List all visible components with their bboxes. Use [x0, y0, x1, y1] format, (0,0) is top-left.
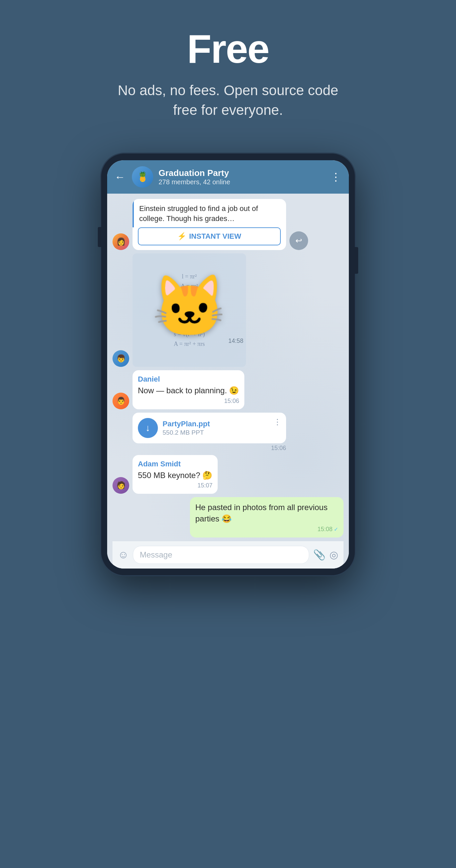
own-message-row: He pasted in photos from all previous pa…: [113, 497, 343, 537]
own-message-text: He pasted in photos from all previous pa…: [195, 502, 338, 524]
daniel-message-row: 👨 Daniel Now — back to planning. 😉 15:06: [113, 370, 343, 409]
adam-message-time: 15:07: [138, 482, 212, 489]
share-icon: ↩: [296, 236, 302, 245]
sticker-time: 14:58: [228, 338, 246, 344]
back-button[interactable]: ←: [115, 172, 125, 182]
file-menu-button[interactable]: ⋮: [273, 417, 281, 427]
daniel-bubble: Daniel Now — back to planning. 😉 15:06: [132, 370, 244, 409]
phone-outer: ← 🍍 Graduation Party 278 members, 42 onl…: [101, 154, 355, 575]
file-size: 550.2 MB PPT: [162, 429, 281, 436]
share-button[interactable]: ↩: [290, 231, 308, 250]
daniel-avatar: 👨: [113, 393, 129, 409]
file-time: 15:06: [132, 443, 286, 452]
camera-button[interactable]: ◎: [330, 549, 338, 561]
adam-sender-name: Adam Smidt: [138, 460, 212, 468]
sticker-row: 👦 l = πr²A = πr²V = l³P = 2πrA = πr²s = …: [113, 253, 343, 367]
header-menu-button[interactable]: ⋮: [331, 170, 341, 183]
daniel-message-text: Now — back to planning. 😉: [138, 385, 239, 396]
hero-section: Free No ads, no fees. Open source code f…: [0, 0, 456, 140]
own-message-bubble: He pasted in photos from all previous pa…: [190, 497, 343, 537]
instant-view-button[interactable]: ⚡ INSTANT VIEW: [138, 227, 281, 245]
checkmark-icon: ✓: [334, 526, 338, 532]
article-message-row: 👩 Einstein struggled to find a job out o…: [113, 199, 343, 250]
daniel-message-time: 15:06: [138, 398, 239, 405]
message-input[interactable]: Message: [133, 546, 309, 564]
article-sender-avatar: 👩: [113, 234, 129, 250]
file-message-row: ↓ PartyPlan.ppt 550.2 MB PPT ⋮ 15:06: [113, 413, 343, 452]
chat-header: ← 🍍 Graduation Party 278 members, 42 onl…: [107, 160, 349, 194]
group-name: Graduation Party: [158, 168, 325, 178]
phone-mockup: ← 🍍 Graduation Party 278 members, 42 onl…: [101, 154, 355, 575]
file-name: PartyPlan.ppt: [162, 420, 281, 428]
file-bubble: ↓ PartyPlan.ppt 550.2 MB PPT ⋮: [132, 413, 286, 443]
message-placeholder: Message: [140, 550, 172, 559]
download-icon: ↓: [146, 423, 150, 433]
adam-message-row: 🧑 Adam Smidt 550 MB keynote? 🤔 15:07: [113, 455, 343, 494]
own-message-time: 15:08 ✓: [195, 526, 338, 533]
group-avatar: 🍍: [132, 166, 153, 188]
attach-button[interactable]: 📎: [313, 549, 326, 561]
group-members: 278 members, 42 online: [158, 178, 325, 186]
hero-title: Free: [187, 27, 269, 71]
file-info: PartyPlan.ppt 550.2 MB PPT: [162, 420, 281, 436]
hero-subtitle: No ads, no fees. Open source code free f…: [111, 81, 345, 120]
group-avatar-emoji: 🍍: [137, 171, 149, 182]
chat-body: 👩 Einstein struggled to find a job out o…: [107, 194, 349, 568]
sticker-area: l = πr²A = πr²V = l³P = 2πrA = πr²s = √(…: [132, 253, 246, 367]
daniel-sender-name: Daniel: [138, 375, 239, 383]
cat-sticker: 🐱: [132, 276, 246, 336]
instant-view-icon: ⚡: [177, 232, 186, 241]
group-info: Graduation Party 278 members, 42 online: [158, 168, 325, 186]
sticker-sender-avatar: 👦: [113, 350, 129, 367]
adam-bubble: Adam Smidt 550 MB keynote? 🤔 15:07: [132, 455, 218, 494]
instant-view-label: INSTANT VIEW: [189, 232, 241, 241]
phone-screen: ← 🍍 Graduation Party 278 members, 42 onl…: [107, 160, 349, 568]
article-preview-text: Einstein struggled to find a job out of …: [132, 199, 286, 228]
adam-message-text: 550 MB keynote? 🤔: [138, 470, 212, 481]
chat-input-bar: ☺ Message 📎 ◎: [113, 541, 343, 568]
file-download-button[interactable]: ↓: [138, 418, 158, 438]
adam-avatar: 🧑: [113, 477, 129, 494]
article-bubble: Einstein struggled to find a job out of …: [132, 199, 286, 250]
emoji-button[interactable]: ☺: [118, 549, 129, 561]
